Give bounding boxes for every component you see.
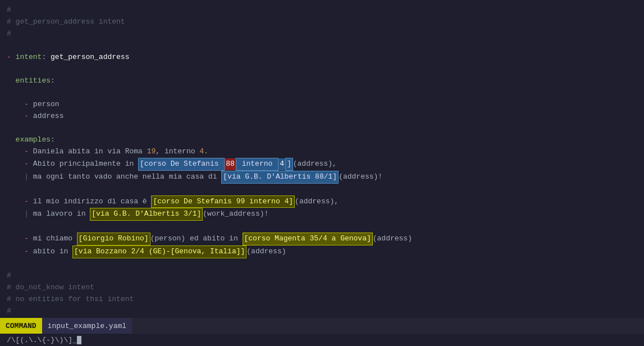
ex2a-prefix xyxy=(7,158,24,170)
command-line[interactable]: /\[(.\.\{-}\)\]_ xyxy=(0,334,644,346)
ex2a-entity-open: [corso De Stefanis xyxy=(138,158,225,171)
ex2a-num88: 88 xyxy=(225,158,236,170)
ex2a-entity-mid: interno xyxy=(236,158,278,171)
dash-person: - xyxy=(24,99,33,111)
entity-person-dash xyxy=(7,99,24,111)
line-8 xyxy=(0,87,644,99)
line-14: - Abito principalmente in [corso De Stef… xyxy=(0,158,644,171)
dash-ex1: - xyxy=(24,146,33,158)
line-26: # xyxy=(0,306,644,317)
cmdline-text: /\[(.\.\{-}\)\]_ xyxy=(7,336,77,344)
ex5-prefix xyxy=(7,246,24,258)
ex4-address-entity: [corso Magenta 35/4 a Genova] xyxy=(243,233,373,245)
dash-address: - xyxy=(24,111,33,122)
line-13: - Daniela abita in via Roma 19 , interno… xyxy=(0,146,644,158)
comment-no-entities: # no entities for thsi intent xyxy=(7,294,134,306)
dash-intent: - xyxy=(7,52,16,63)
line-17: - il mio indirizzo di casa è [corso De S… xyxy=(0,195,644,208)
line-22 xyxy=(0,258,644,270)
ex5-text1: abito in xyxy=(33,246,72,258)
entity-address: address xyxy=(33,111,64,122)
line-24: # do_not_know intent xyxy=(0,282,644,294)
ex2a-text1: Abito principalmente in xyxy=(33,158,138,170)
ex2a-entity-close: ] xyxy=(285,158,293,171)
colon-examples: : xyxy=(51,134,55,146)
line-12: examples : xyxy=(0,134,644,146)
ex4-person-entity: [Giorgio Robino] xyxy=(77,233,150,245)
comment-do-not-know: # do_not_know intent xyxy=(7,282,94,294)
ex1-period: . xyxy=(204,146,208,158)
line-1: # xyxy=(0,4,644,16)
line-15: | ma ogni tanto vado anche nella mia cas… xyxy=(0,171,644,184)
ex3b-text1: ma lavoro in xyxy=(33,208,90,220)
ex2a-num4: 4 xyxy=(278,158,285,170)
comment-intent-title: # get_person_address intent xyxy=(7,16,125,28)
intent-key: intent xyxy=(16,52,42,63)
ex2b-tag: (address)! xyxy=(339,171,382,183)
ex1-text1: Daniela abita in via Roma xyxy=(33,146,147,158)
line-3: # xyxy=(0,28,644,40)
ex3a-entity: [corso De Stefanis 99 interno 4] xyxy=(151,195,295,208)
dash-ex5: - xyxy=(24,246,33,258)
dash-ex4: - xyxy=(24,233,33,245)
entity-person: person xyxy=(33,99,60,111)
ex4-prefix xyxy=(7,233,24,245)
ex5-entity: [via Bozzano 2/4 (GE)-[Genova, Italia]] xyxy=(72,245,246,258)
ex3a-prefix xyxy=(7,196,24,208)
dash-ex3a: - xyxy=(24,196,33,208)
pipe-ex3b: | xyxy=(7,208,33,220)
ex4-text1: mi chiamo xyxy=(33,233,77,245)
ex3a-text1: il mio indirizzo di casa è xyxy=(33,196,152,208)
entity-address-dash xyxy=(7,111,24,122)
colon-entities: : xyxy=(51,75,55,87)
ex2b-text1: ma ogni tanto vado anche nella mia casa … xyxy=(33,171,221,183)
line-4 xyxy=(0,40,644,52)
pipe-ex2b: | xyxy=(7,171,33,183)
ex3b-entity: [via G.B. D'Albertis 3/1] xyxy=(90,208,203,221)
ex1-num19: 19 xyxy=(147,146,156,158)
status-bar: COMMAND input_example.yaml xyxy=(0,318,644,334)
line-20: - mi chiamo [Giorgio Robino] (person) ed… xyxy=(0,233,644,245)
ex1-num4: 4 xyxy=(199,146,204,158)
entities-key: entities xyxy=(7,75,51,87)
ex4-person-tag: (person) ed abito in xyxy=(150,233,243,245)
ex5-tag: (address) xyxy=(246,246,286,258)
ex1-text2: , interno xyxy=(156,146,199,158)
ex2a-tag: (address), xyxy=(293,158,337,170)
colon-intent: : xyxy=(42,52,51,63)
comment-hash2: # xyxy=(7,28,11,40)
line-18: | ma lavoro in [via G.B. D'Albertis 3/1]… xyxy=(0,208,644,221)
filename-indicator: input_example.yaml xyxy=(42,318,132,334)
comment-hash: # xyxy=(7,4,11,16)
line-11 xyxy=(0,122,644,134)
line-7: entities : xyxy=(0,75,644,87)
line-23: # xyxy=(0,270,644,282)
line-16 xyxy=(0,184,644,195)
line-2: # get_person_address intent xyxy=(0,16,644,28)
ex2b-entity: [via G.B. D'Albertis 88/1] xyxy=(221,171,339,184)
line-21: - abito in [via Bozzano 2/4 (GE)-[Genova… xyxy=(0,245,644,258)
line-6 xyxy=(0,63,644,75)
examples-key: examples xyxy=(7,134,51,146)
line-25: # no entities for thsi intent xyxy=(0,294,644,306)
line-9: - person xyxy=(0,99,644,111)
ex3a-tag: (address), xyxy=(295,196,339,208)
dash-ex2a: - xyxy=(24,158,33,170)
ex4-address-tag: (address) xyxy=(373,233,412,245)
line-10: - address xyxy=(0,111,644,122)
intent-value: get_person_address xyxy=(51,52,129,63)
mode-indicator: COMMAND xyxy=(0,318,42,334)
cursor xyxy=(77,336,81,344)
ex1-prefix xyxy=(7,146,24,158)
line-5: - intent : get_person_address xyxy=(0,52,644,63)
line-19 xyxy=(0,221,644,233)
comment-hash3: # xyxy=(7,270,11,282)
comment-hash4: # xyxy=(7,306,11,317)
ex3b-tag: (work_address)! xyxy=(203,208,268,220)
editor-area: # # get_person_address intent # - intent… xyxy=(0,0,644,318)
